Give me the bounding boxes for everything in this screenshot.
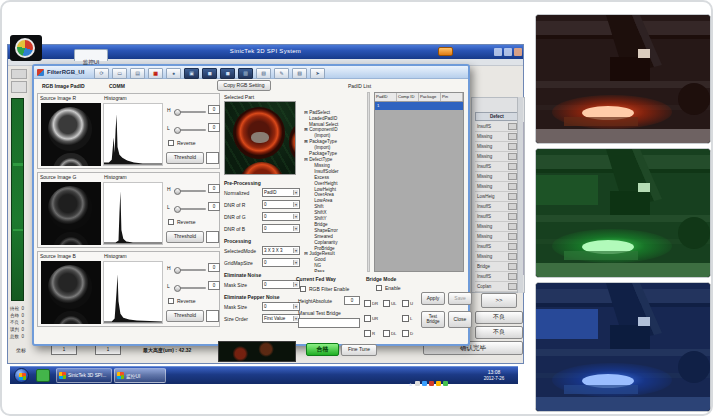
minimize-button[interactable] — [494, 48, 502, 56]
defect-row[interactable]: Missing — [475, 182, 519, 192]
tray-icon-network[interactable] — [415, 381, 420, 386]
padid-selected-row[interactable]: 1 — [375, 102, 463, 110]
toolbar-icon[interactable]: ● — [166, 68, 181, 79]
toolbar-icon[interactable]: ✎ — [274, 68, 289, 79]
reverse-checkbox[interactable] — [168, 140, 174, 146]
dialog-title-bar[interactable]: FilterRGB_UI ⟳▭▤▦●▣◼◼▥▨✎▧➤ — [34, 66, 468, 79]
gridmap-combo[interactable]: 0▾ — [262, 258, 300, 267]
h-value[interactable]: 0 — [208, 184, 220, 193]
bridge-checkbox[interactable] — [364, 300, 371, 307]
toolbar-icon[interactable]: ▣ — [184, 68, 199, 79]
defect-row[interactable]: InsuffS — [475, 122, 519, 132]
bridge-cell[interactable]: U — [402, 296, 421, 311]
defect-row-button[interactable] — [508, 223, 517, 230]
defect-row[interactable]: Missing — [475, 132, 519, 142]
defect-row-button[interactable] — [508, 133, 517, 140]
maximize-button[interactable] — [504, 48, 512, 56]
normalized-combo[interactable]: PadID▾ — [262, 188, 300, 197]
status-field-2[interactable]: 1 — [95, 345, 121, 355]
bridge-cell[interactable]: DL — [383, 326, 402, 341]
defect-row-button[interactable] — [508, 203, 517, 210]
l-value[interactable]: 0 — [208, 123, 220, 132]
toolbar-icon[interactable]: ◼ — [202, 68, 217, 79]
l-value[interactable]: 0 — [208, 202, 220, 211]
defect-row-button[interactable] — [508, 173, 517, 180]
manual-test-bridge-input[interactable] — [298, 318, 360, 328]
l-slider-thumb[interactable] — [174, 127, 181, 134]
toolbar-icon[interactable]: ▦ — [148, 68, 163, 79]
defect-row-button[interactable] — [508, 243, 517, 250]
source-image-b[interactable] — [41, 261, 101, 324]
defect-row[interactable]: InsuffS — [475, 242, 519, 252]
h-slider-thumb[interactable] — [174, 267, 181, 274]
h-value[interactable]: 0 — [208, 105, 220, 114]
threshold-button[interactable]: Threshold — [166, 231, 204, 243]
defect-row[interactable]: Missing — [475, 172, 519, 182]
tray-icon-alert[interactable] — [429, 381, 434, 386]
defect-row-button[interactable] — [508, 123, 517, 130]
size-order-combo[interactable]: First Value▾ — [262, 314, 300, 323]
pass-button[interactable]: 合格 — [306, 343, 339, 356]
bridge-checkbox[interactable] — [364, 315, 371, 322]
defect-row-button[interactable] — [508, 153, 517, 160]
status-field-1[interactable]: 1 — [51, 345, 77, 355]
fine-tune-button[interactable]: Fine Tune — [341, 344, 377, 356]
l-slider[interactable] — [174, 208, 206, 210]
dnr-r-combo[interactable]: 0▾ — [262, 200, 300, 209]
dnr-b-combo[interactable]: 0▾ — [262, 224, 300, 233]
toolbar-icon[interactable]: ▥ — [238, 68, 253, 79]
h-slider[interactable] — [174, 111, 206, 113]
reverse-checkbox[interactable] — [168, 298, 174, 304]
threshold-value[interactable] — [206, 231, 219, 243]
tray-icon-app[interactable] — [443, 381, 448, 386]
padid-column-header[interactable]: Comp ID — [397, 93, 419, 101]
defect-row[interactable]: LowHeig — [475, 192, 519, 202]
defect-row[interactable]: InsuffS — [475, 202, 519, 212]
quick-launch-icon[interactable] — [36, 369, 50, 382]
close-button[interactable] — [514, 48, 522, 56]
more-button[interactable]: >> — [481, 293, 517, 308]
height-absolute-value[interactable]: 0 — [344, 296, 360, 305]
bridge-checkbox[interactable] — [383, 330, 390, 337]
l-slider-thumb[interactable] — [174, 206, 181, 213]
bridge-checkbox[interactable] — [364, 330, 371, 337]
bridge-cell[interactable]: L — [402, 311, 421, 326]
source-image-r[interactable] — [41, 103, 101, 166]
tab-monitor[interactable]: 监控UI — [74, 49, 108, 61]
reverse-checkbox[interactable] — [168, 219, 174, 225]
h-slider-thumb[interactable] — [174, 109, 181, 116]
taskbar-clock[interactable]: 13:08 2012-7-26 — [472, 369, 516, 383]
mask-size-2-combo[interactable]: 0▾ — [262, 302, 300, 311]
padid-column-header[interactable]: Pin — [441, 93, 463, 101]
taskbar-item-spi[interactable]: SinicTek 3D SPI... — [56, 368, 112, 383]
defect-row-button[interactable] — [508, 253, 517, 260]
threshold-value[interactable] — [206, 152, 219, 164]
selected-mode-combo[interactable]: 3 X 3 X 3▾ — [262, 246, 300, 255]
defect-row-button[interactable] — [508, 283, 517, 290]
bridge-checkbox[interactable] — [402, 300, 409, 307]
defect-row-button[interactable] — [508, 163, 517, 170]
toolbar-icon[interactable]: ◼ — [220, 68, 235, 79]
bridge-cell[interactable]: D — [402, 326, 421, 341]
system-tray[interactable]: ▲ — [408, 372, 468, 380]
padid-column-header[interactable]: Package — [419, 93, 441, 101]
source-image-g[interactable] — [41, 182, 101, 245]
defect-row[interactable]: Missing — [475, 142, 519, 152]
defect-row[interactable]: Missing — [475, 232, 519, 242]
save-button[interactable]: Save — [448, 292, 472, 305]
bridge-checkbox[interactable] — [402, 315, 409, 322]
selected-part-image[interactable] — [224, 101, 296, 175]
close-button-dialog[interactable]: Close — [448, 311, 472, 328]
window-scrollbar[interactable] — [517, 97, 523, 293]
l-slider[interactable] — [174, 129, 206, 131]
threshold-value[interactable] — [206, 310, 219, 322]
start-button[interactable] — [14, 368, 29, 383]
ng-bottom-button[interactable]: 不良 — [475, 326, 523, 339]
dnr-g-combo[interactable]: 0▾ — [262, 212, 300, 221]
bridge-enable-checkbox[interactable] — [376, 285, 382, 291]
app-logo-icon[interactable] — [15, 38, 35, 58]
board-map-bar[interactable] — [11, 98, 24, 301]
h-slider[interactable] — [174, 190, 206, 192]
toolbar-icon[interactable]: ⟳ — [94, 68, 109, 79]
h-slider-thumb[interactable] — [174, 188, 181, 195]
